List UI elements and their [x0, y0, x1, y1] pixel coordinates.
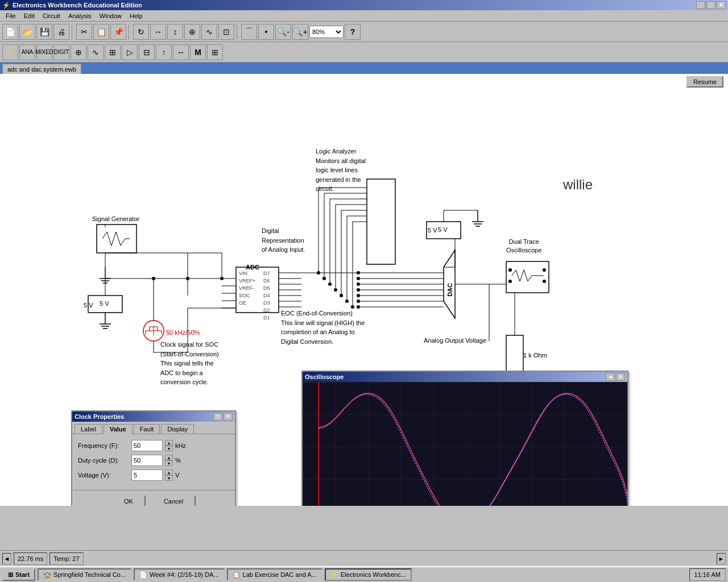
tab-display[interactable]: Display	[161, 424, 194, 434]
menu-file[interactable]: File	[2, 11, 19, 20]
duty-down[interactable]: ▼	[165, 460, 173, 466]
start-label: Start	[15, 571, 30, 578]
adc-pin-numbers: D7D6D5D4D3D2D1	[263, 270, 270, 322]
wire-button[interactable]: ⌒	[241, 24, 257, 40]
new-button[interactable]: 📄	[2, 24, 18, 40]
duty-cycle-input[interactable]	[131, 455, 163, 466]
voltage-input[interactable]	[131, 469, 163, 481]
component-btn2[interactable]: ∿	[201, 24, 217, 40]
taskbar-label-1: Week #4: (2/16-19) DA...	[150, 571, 218, 578]
menu-edit[interactable]: Edit	[20, 11, 38, 20]
ok-button[interactable]: OK	[111, 495, 146, 506]
menu-circuit[interactable]: Circuit	[39, 11, 64, 20]
component-btn3[interactable]: ⊡	[218, 24, 234, 40]
digital-rep-annotation: DigitalRepresentationof Analog Input.	[262, 226, 305, 255]
svg-point-68	[357, 282, 360, 286]
menu-help[interactable]: Help	[126, 11, 146, 20]
dialog-help-button[interactable]: ?	[213, 413, 222, 421]
clock-annotation: Clock signal for SOC(Start-of-Conversion…	[160, 340, 219, 387]
doc-tab-bar: adc and dac system.ewb	[0, 63, 728, 74]
component-btn1[interactable]: ⊕	[184, 24, 200, 40]
rotate-button[interactable]: ↻	[133, 24, 149, 40]
menu-analysis[interactable]: Analysis	[65, 11, 95, 20]
open-button[interactable]: 📂	[19, 24, 35, 40]
dialog-close-button[interactable]: ✕	[224, 413, 233, 421]
dialog-fields: Frequency (F): ▲ ▼ kHz Duty cycle (D): ▲…	[72, 434, 235, 490]
zoom-out-button[interactable]: 🔍-	[275, 24, 291, 40]
component-type-3[interactable]: MIXED	[36, 44, 52, 60]
cancel-button[interactable]: Cancel	[151, 495, 196, 506]
taskbar-item-2[interactable]: 📋 Lab Exercise DAC and A...	[227, 568, 322, 581]
toolbar-row-1: 📄 📂 💾 🖨 ✂ 📋 📌 ↻ ↔ ↕ ⊕ ∿ ⊡ ⌒ • 🔍- 🔍+ 80% …	[0, 22, 728, 42]
osc-scroll-left[interactable]: ◄	[606, 373, 615, 381]
component-type-9[interactable]: ⊟	[139, 44, 155, 60]
voltage-spinner[interactable]: ▲ ▼	[165, 469, 173, 481]
oscilloscope-label: Dual TraceOscilloscope	[506, 238, 541, 255]
zoom-select[interactable]: 80% 100% 50%	[309, 26, 344, 38]
node-button[interactable]: •	[258, 24, 274, 40]
save-button[interactable]: 💾	[36, 24, 52, 40]
taskbar-item-3[interactable]: ⚡ Electronics Workbenc...	[325, 568, 412, 581]
frequency-up[interactable]: ▲	[165, 440, 173, 446]
clock-dialog: Clock Properties ? ✕ Label Value Fault D…	[71, 410, 236, 506]
component-type-11[interactable]: ↔	[173, 44, 189, 60]
adc-pins: VINVREF+VREF-SOCOE	[239, 270, 255, 307]
flip-h-button[interactable]: ↔	[150, 24, 166, 40]
doc-tab[interactable]: adc and dac system.ewb	[2, 64, 81, 74]
voltage-down[interactable]: ▼	[165, 475, 173, 481]
component-type-4[interactable]: DIGIT	[53, 44, 69, 60]
svg-rect-84	[506, 261, 549, 293]
component-type-7[interactable]: ⊞	[105, 44, 121, 60]
eoc-annotation: EOC (End-of-Conversion)This line will si…	[281, 309, 365, 346]
close-button[interactable]: ✕	[717, 1, 726, 9]
taskbar-icon-2: 📋	[233, 571, 241, 579]
component-type-5[interactable]: ⊕	[71, 44, 86, 60]
taskbar-icon-1: 📄	[139, 571, 147, 579]
taskbar-icon-0: 🏫	[43, 571, 51, 579]
voltage-5v-2-label: 5 V	[428, 226, 437, 235]
svg-point-69	[357, 288, 360, 292]
dialog-title-text: Clock Properties	[75, 413, 124, 420]
paste-button[interactable]: 📌	[110, 24, 126, 40]
scroll-left-btn[interactable]: ◄	[2, 553, 11, 564]
scroll-right-btn[interactable]: ►	[717, 553, 726, 564]
zoom-in-button[interactable]: 🔍+	[292, 24, 308, 40]
component-type-1[interactable]: ⚡	[2, 44, 18, 60]
tab-value[interactable]: Value	[104, 424, 133, 434]
duty-up[interactable]: ▲	[165, 455, 173, 460]
oscilloscope-window: Oscilloscope ◄ ✕	[301, 371, 628, 506]
voltage-row: Voltage (V): ▲ ▼ V	[78, 469, 229, 481]
duty-spinner[interactable]: ▲ ▼	[165, 455, 173, 466]
frequency-input[interactable]	[131, 440, 163, 451]
frequency-down[interactable]: ▼	[165, 446, 173, 451]
start-button[interactable]: ⊞ Start	[2, 568, 35, 581]
component-type-2[interactable]: ANA	[19, 44, 35, 60]
svg-point-46	[328, 282, 332, 286]
print-button[interactable]: 🖨	[53, 24, 69, 40]
tab-label[interactable]: Label	[75, 424, 102, 434]
frequency-spinner[interactable]: ▲ ▼	[165, 440, 173, 451]
voltage-up[interactable]: ▲	[165, 469, 173, 475]
help-button[interactable]: ?	[345, 24, 361, 40]
component-type-6[interactable]: ∿	[88, 44, 104, 60]
component-type-12[interactable]: ⊞	[207, 44, 223, 60]
cut-button[interactable]: ✂	[76, 24, 92, 40]
duty-cycle-label: Duty cycle (D):	[78, 457, 129, 464]
component-type-8[interactable]: ▷	[122, 44, 138, 60]
component-type-10[interactable]: ↑	[156, 44, 172, 60]
maximize-button[interactable]: □	[706, 1, 715, 9]
menu-window[interactable]: Window	[96, 11, 125, 20]
osc-close-button[interactable]: ✕	[616, 373, 625, 381]
component-type-M[interactable]: M	[190, 44, 206, 60]
clock-freq-label: 50 kHz/50%	[166, 329, 200, 337]
tab-fault[interactable]: Fault	[134, 424, 160, 434]
resume-button[interactable]: Resume	[686, 76, 723, 88]
flip-v-button[interactable]: ↕	[167, 24, 183, 40]
title-bar: ⚡ Electronics Workbench Educational Edit…	[0, 0, 728, 10]
taskbar-item-0[interactable]: 🏫 Springfield Technical Co...	[38, 568, 131, 581]
minimize-button[interactable]: _	[696, 1, 705, 9]
taskbar-item-1[interactable]: 📄 Week #4: (2/16-19) DA...	[134, 568, 224, 581]
voltage-label: Voltage (V):	[78, 472, 129, 479]
copy-button[interactable]: 📋	[93, 24, 109, 40]
svg-rect-35	[367, 179, 395, 264]
